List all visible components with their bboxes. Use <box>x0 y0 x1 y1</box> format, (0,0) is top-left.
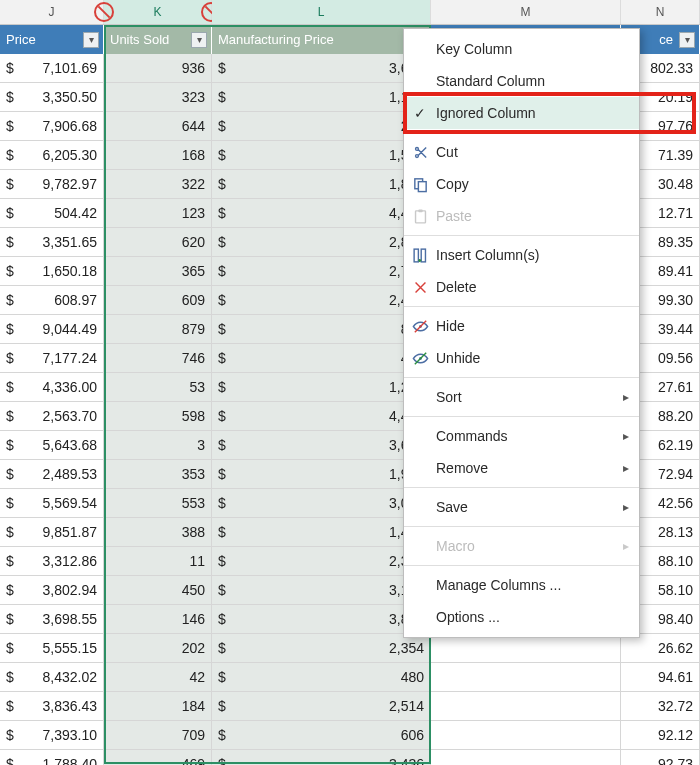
cell-m[interactable] <box>431 692 621 721</box>
cell-units-sold[interactable]: 746 <box>104 344 212 373</box>
menu-key-column[interactable]: Key Column <box>404 33 639 65</box>
cell-units-sold[interactable]: 353 <box>104 460 212 489</box>
cell-m[interactable] <box>431 721 621 750</box>
cell-manufacturing-price[interactable]: $2,849 <box>212 228 431 257</box>
cell-price[interactable]: $9,044.49 <box>0 315 104 344</box>
cell-price[interactable]: $1,788.40 <box>0 750 104 765</box>
cell-units-sold[interactable]: 620 <box>104 228 212 257</box>
cell-units-sold[interactable]: 598 <box>104 402 212 431</box>
cell-units-sold[interactable]: 450 <box>104 576 212 605</box>
cell-units-sold[interactable]: 936 <box>104 54 212 83</box>
col-letter-j[interactable]: J <box>0 0 104 24</box>
cell-price[interactable]: $7,906.68 <box>0 112 104 141</box>
cell-price[interactable]: $8,432.02 <box>0 663 104 692</box>
menu-commands[interactable]: Commands ▸ <box>404 420 639 452</box>
cell-price[interactable]: $7,177.24 <box>0 344 104 373</box>
cell-manufacturing-price[interactable]: $606 <box>212 721 431 750</box>
menu-save[interactable]: Save ▸ <box>404 491 639 523</box>
menu-insert-columns[interactable]: Insert Column(s) <box>404 239 639 271</box>
cell-manufacturing-price[interactable]: $3,436 <box>212 750 431 765</box>
cell-units-sold[interactable]: 184 <box>104 692 212 721</box>
filter-dropdown-icon[interactable]: ▾ <box>83 32 99 48</box>
cell-units-sold[interactable]: 388 <box>104 518 212 547</box>
cell-units-sold[interactable]: 709 <box>104 721 212 750</box>
cell-manufacturing-price[interactable]: $3,866 <box>212 605 431 634</box>
cell-price[interactable]: $3,698.55 <box>0 605 104 634</box>
cell-units-sold[interactable]: 469 <box>104 750 212 765</box>
cell-price[interactable]: $2,489.53 <box>0 460 104 489</box>
cell-manufacturing-price[interactable]: $2,366 <box>212 547 431 576</box>
cell-manufacturing-price[interactable]: $1,884 <box>212 170 431 199</box>
filter-dropdown-icon[interactable]: ▾ <box>191 32 207 48</box>
cell-price[interactable]: $3,350.50 <box>0 83 104 112</box>
cell-units-sold[interactable]: 553 <box>104 489 212 518</box>
cell-manufacturing-price[interactable]: $4,479 <box>212 402 431 431</box>
cell-units-sold[interactable]: 879 <box>104 315 212 344</box>
cell-price[interactable]: $3,312.86 <box>0 547 104 576</box>
cell-price[interactable]: $5,643.68 <box>0 431 104 460</box>
menu-delete[interactable]: Delete <box>404 271 639 303</box>
cell-m[interactable] <box>431 750 621 765</box>
header-price[interactable]: Price ▾ <box>0 25 104 54</box>
cell-units-sold[interactable]: 42 <box>104 663 212 692</box>
menu-ignored-column[interactable]: ✓ Ignored Column <box>404 97 639 129</box>
cell-right-partial[interactable]: 92.73 <box>621 750 700 765</box>
cell-units-sold[interactable]: 3 <box>104 431 212 460</box>
cell-price[interactable]: $7,101.69 <box>0 54 104 83</box>
cell-units-sold[interactable]: 609 <box>104 286 212 315</box>
header-manufacturing-price[interactable]: Manufacturing Price ▾ <box>212 25 431 54</box>
cell-manufacturing-price[interactable]: $1,265 <box>212 373 431 402</box>
cell-units-sold[interactable]: 323 <box>104 83 212 112</box>
cell-manufacturing-price[interactable]: $3,666 <box>212 54 431 83</box>
cell-price[interactable]: $7,393.10 <box>0 721 104 750</box>
cell-units-sold[interactable]: 53 <box>104 373 212 402</box>
col-letter-k[interactable]: K <box>104 0 212 24</box>
cell-price[interactable]: $1,650.18 <box>0 257 104 286</box>
cell-manufacturing-price[interactable]: $3,634 <box>212 431 431 460</box>
cell-price[interactable]: $3,836.43 <box>0 692 104 721</box>
cell-right-partial[interactable]: 94.61 <box>621 663 700 692</box>
cell-price[interactable]: $9,851.87 <box>0 518 104 547</box>
cell-units-sold[interactable]: 365 <box>104 257 212 286</box>
menu-hide[interactable]: Hide <box>404 310 639 342</box>
menu-remove[interactable]: Remove ▸ <box>404 452 639 484</box>
col-letter-n[interactable]: N <box>621 0 700 24</box>
header-units-sold[interactable]: Units Sold ▾ <box>104 25 212 54</box>
cell-manufacturing-price[interactable]: $824 <box>212 315 431 344</box>
cell-price[interactable]: $5,555.15 <box>0 634 104 663</box>
cell-price[interactable]: $2,563.70 <box>0 402 104 431</box>
cell-price[interactable]: $4,336.00 <box>0 373 104 402</box>
cell-price[interactable]: $608.97 <box>0 286 104 315</box>
cell-price[interactable]: $504.42 <box>0 199 104 228</box>
cell-manufacturing-price[interactable]: $1,966 <box>212 460 431 489</box>
cell-manufacturing-price[interactable]: $3,101 <box>212 576 431 605</box>
cell-price[interactable]: $3,351.65 <box>0 228 104 257</box>
cell-right-partial[interactable]: 26.62 <box>621 634 700 663</box>
cell-manufacturing-price[interactable]: $3,010 <box>212 489 431 518</box>
cell-units-sold[interactable]: 322 <box>104 170 212 199</box>
cell-manufacturing-price[interactable]: $1,448 <box>212 518 431 547</box>
cell-units-sold[interactable]: 168 <box>104 141 212 170</box>
col-letter-m[interactable]: M <box>431 0 621 24</box>
cell-units-sold[interactable]: 202 <box>104 634 212 663</box>
col-letter-l[interactable]: L <box>212 0 431 24</box>
menu-unhide[interactable]: Unhide <box>404 342 639 374</box>
cell-manufacturing-price[interactable]: $432 <box>212 344 431 373</box>
cell-units-sold[interactable]: 644 <box>104 112 212 141</box>
cell-m[interactable] <box>431 634 621 663</box>
cell-manufacturing-price[interactable]: $276 <box>212 112 431 141</box>
cell-price[interactable]: $3,802.94 <box>0 576 104 605</box>
menu-options[interactable]: Options ... <box>404 601 639 633</box>
cell-manufacturing-price[interactable]: $2,761 <box>212 257 431 286</box>
cell-price[interactable]: $5,569.54 <box>0 489 104 518</box>
cell-manufacturing-price[interactable]: $2,354 <box>212 634 431 663</box>
cell-manufacturing-price[interactable]: $1,514 <box>212 141 431 170</box>
menu-copy[interactable]: Copy <box>404 168 639 200</box>
cell-right-partial[interactable]: 32.72 <box>621 692 700 721</box>
menu-cut[interactable]: Cut <box>404 136 639 168</box>
cell-m[interactable] <box>431 663 621 692</box>
menu-standard-column[interactable]: Standard Column <box>404 65 639 97</box>
cell-manufacturing-price[interactable]: $480 <box>212 663 431 692</box>
cell-manufacturing-price[interactable]: $4,462 <box>212 199 431 228</box>
cell-price[interactable]: $9,782.97 <box>0 170 104 199</box>
